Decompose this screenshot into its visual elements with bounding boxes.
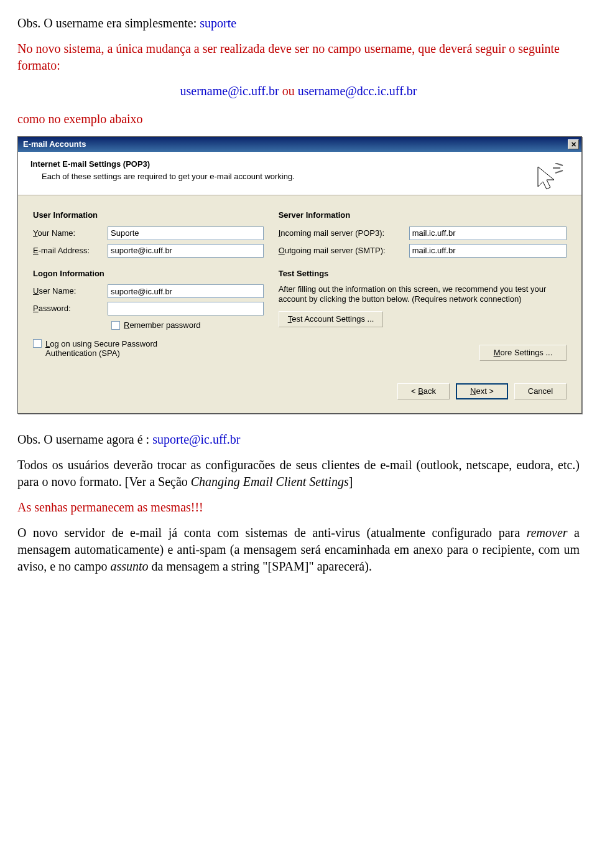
your-name-input[interactable] bbox=[108, 226, 264, 240]
cursor-icon bbox=[532, 163, 564, 195]
fmt-mid: ou bbox=[282, 84, 298, 98]
cancel-button[interactable]: Cancel bbox=[514, 383, 567, 399]
logon-info-heading: Logon Information bbox=[33, 269, 264, 279]
dialog-header: Internet E-mail Settings (POP3) Each of … bbox=[18, 152, 581, 195]
user-info-heading: User Information bbox=[33, 210, 264, 220]
old-username: suporte bbox=[200, 16, 236, 30]
left-column: User Information Your Name: E-mail Addre… bbox=[33, 207, 264, 361]
todos-paragraph: Todos os usuários deverão trocar as conf… bbox=[17, 457, 580, 490]
test-description: After filling out the information on thi… bbox=[279, 284, 567, 304]
username-input[interactable] bbox=[108, 284, 264, 298]
svg-line-2 bbox=[555, 170, 563, 173]
section-ref: Changing Email Client Settings bbox=[191, 475, 349, 488]
close-icon[interactable]: ✕ bbox=[568, 139, 579, 149]
right-column: Server Information Incoming mail server … bbox=[279, 207, 567, 361]
obs-now: Obs. O username agora é : suporte@ic.uff… bbox=[17, 431, 580, 448]
remember-password-label: Remember password bbox=[124, 320, 201, 330]
username-format-line: username@ic.uff.br ou username@dcc.ic.uf… bbox=[17, 83, 580, 100]
example-below: como no exemplo abaixo bbox=[17, 111, 580, 128]
label-email: E-mail Address: bbox=[33, 246, 108, 256]
label-pop3: Incoming mail server (POP3): bbox=[279, 228, 409, 238]
passwords-same: As senhas permanecem as mesmas!!! bbox=[17, 499, 580, 516]
svg-marker-0 bbox=[538, 167, 554, 189]
fmt-right: username@dcc.ic.uff.br bbox=[298, 84, 417, 98]
password-input[interactable] bbox=[108, 302, 264, 315]
obs-previous: Obs. O username era simplesmente: suport… bbox=[17, 15, 580, 32]
dialog-titlebar: E-mail Accounts ✕ bbox=[18, 137, 581, 152]
label-username: User Name: bbox=[33, 286, 108, 296]
more-settings-button[interactable]: More Settings ... bbox=[479, 345, 567, 361]
server-info-heading: Server Information bbox=[279, 210, 567, 220]
pop3-input[interactable] bbox=[409, 226, 567, 240]
test-heading: Test Settings bbox=[279, 269, 567, 279]
email-accounts-dialog: E-mail Accounts ✕ Internet E-mail Settin… bbox=[17, 136, 582, 414]
spa-checkbox[interactable] bbox=[33, 339, 42, 348]
email-input[interactable] bbox=[108, 244, 264, 258]
dialog-subheading: Each of these settings are required to g… bbox=[30, 172, 569, 182]
label-smtp: Outgoing mail server (SMTP): bbox=[279, 246, 409, 256]
dialog-title: E-mail Accounts bbox=[23, 139, 86, 149]
spa-label: Log on using Secure PasswordAuthenticati… bbox=[45, 339, 157, 358]
label-password: Password: bbox=[33, 304, 108, 314]
test-account-button[interactable]: Test Account Settings ... bbox=[279, 311, 384, 327]
change-notice: No novo sistema, a única mudança a ser r… bbox=[17, 40, 580, 74]
svg-line-3 bbox=[555, 163, 563, 166]
fmt-left: username@ic.uff.br bbox=[180, 84, 279, 98]
next-button[interactable]: Next > bbox=[456, 383, 508, 399]
label-your-name: Your Name: bbox=[33, 228, 108, 238]
dialog-heading: Internet E-mail Settings (POP3) bbox=[30, 159, 569, 169]
smtp-input[interactable] bbox=[409, 244, 567, 258]
obs-now-pre: Obs. O username agora é : bbox=[17, 432, 152, 446]
wizard-buttons: < Back Next > Cancel bbox=[33, 383, 567, 399]
back-button[interactable]: < Back bbox=[397, 383, 450, 399]
new-username: suporte@ic.uff.br bbox=[152, 432, 240, 446]
antivirus-paragraph: O novo servidor de e-mail já conta com s… bbox=[17, 525, 580, 575]
obs-previous-pre: Obs. O username era simplesmente: bbox=[17, 16, 200, 30]
remember-password-checkbox[interactable] bbox=[111, 321, 120, 330]
